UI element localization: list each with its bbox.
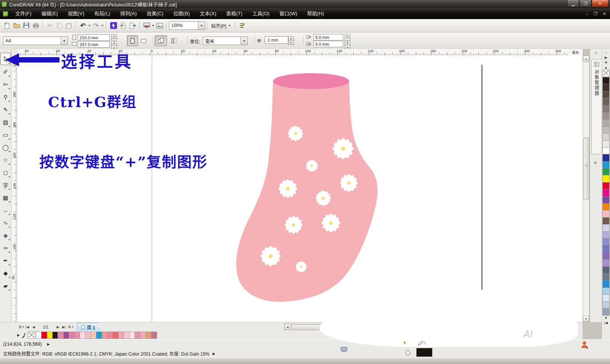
coords-expander[interactable]: ▶ [47, 342, 50, 346]
snap-to-button[interactable]: 贴齐(P) ▼ [210, 22, 233, 29]
menu-item-0[interactable]: 文件(F) [10, 8, 37, 19]
freehand-tool[interactable]: ✎ [1, 104, 11, 115]
color-swatch[interactable] [96, 332, 102, 339]
user-account-icon[interactable] [580, 340, 589, 349]
next-page-button[interactable]: ▶ [55, 325, 61, 329]
blend-tool[interactable]: ◈ [1, 229, 11, 241]
nudge-field[interactable]: .1 mm [265, 36, 288, 44]
color-swatch[interactable] [107, 332, 113, 339]
menu-item-8[interactable]: 表格(T) [221, 8, 247, 19]
color-swatch[interactable] [602, 168, 610, 175]
color-swatch[interactable] [58, 332, 63, 339]
current-page-button[interactable] [168, 35, 180, 46]
nudge-spinner[interactable]: ▲▼ [288, 36, 294, 45]
page-tab[interactable]: 页 1 [77, 323, 101, 331]
menu-item-4[interactable]: 排列(A) [115, 8, 141, 19]
palette-scroll-down[interactable]: ▼ [604, 315, 608, 320]
menu-item-5[interactable]: 效果(C) [142, 8, 169, 19]
crop-tool[interactable]: ✄ [1, 79, 11, 90]
color-swatch[interactable] [602, 238, 610, 245]
color-swatch[interactable] [602, 210, 610, 217]
color-swatch[interactable] [602, 175, 610, 182]
sock-body-shape[interactable] [236, 81, 378, 302]
color-swatch[interactable] [80, 332, 85, 339]
no-fill-swatch[interactable] [602, 70, 610, 77]
color-swatch[interactable] [146, 332, 151, 339]
color-swatch[interactable] [69, 332, 74, 339]
color-swatch[interactable] [602, 203, 610, 210]
color-swatch[interactable] [602, 231, 610, 239]
color-swatch[interactable] [118, 332, 124, 339]
undo-button[interactable]: ↶ [78, 21, 88, 30]
smart-fill-tool[interactable]: ▧ [1, 116, 11, 128]
color-swatch[interactable] [602, 91, 610, 98]
menu-item-7[interactable]: 文本(X) [195, 8, 221, 19]
color-swatch[interactable] [602, 98, 610, 105]
zoom-level-combo[interactable]: 100% ▼ [169, 21, 205, 30]
menu-item-1[interactable]: 编辑(E) [37, 8, 63, 19]
page-height-field[interactable]: 297.0 mm [78, 41, 110, 48]
color-swatch[interactable] [602, 224, 610, 231]
color-swatch[interactable] [602, 252, 610, 260]
color-swatch[interactable] [85, 332, 91, 339]
connector-tool[interactable]: ∿ [1, 217, 11, 229]
close-button[interactable]: ✕ [592, 0, 608, 7]
page-width-field[interactable]: 210.0 mm [78, 34, 110, 41]
color-swatch[interactable] [602, 308, 610, 316]
polygon-tool[interactable]: ☆ [1, 154, 11, 166]
doc-minimize-button[interactable]: ‒ [586, 11, 588, 16]
paste-button[interactable] [64, 21, 74, 30]
add-page-end-button[interactable]: 🗎+ [68, 325, 74, 329]
color-swatch[interactable] [140, 332, 146, 339]
color-swatch[interactable] [602, 119, 610, 126]
redo-dropdown[interactable]: ▼ [101, 24, 104, 27]
import-button[interactable] [118, 21, 128, 30]
docker-close-icon[interactable]: ✕ [594, 160, 597, 165]
minimize-button[interactable]: ▁ [567, 0, 579, 7]
color-swatch[interactable] [602, 126, 610, 133]
color-swatch[interactable] [602, 294, 610, 301]
palette-expand-button[interactable]: |◀ [604, 320, 608, 325]
color-swatch[interactable] [602, 182, 610, 189]
add-page-start-button[interactable]: 🗎+ [18, 325, 24, 329]
color-swatch[interactable] [129, 332, 135, 339]
docker-collapse-button[interactable]: « [590, 49, 602, 55]
menu-item-3[interactable]: 布局(L) [89, 8, 115, 19]
outline-pen-tool[interactable]: ✒ [1, 255, 11, 266]
color-swatch[interactable] [602, 217, 610, 224]
landscape-button[interactable] [138, 35, 149, 46]
color-swatch[interactable] [135, 332, 140, 339]
text-tool[interactable]: 字 [1, 179, 11, 191]
maximize-button[interactable]: ❐ [580, 0, 591, 7]
color-swatch[interactable] [602, 301, 610, 309]
options-button[interactable] [238, 21, 247, 30]
color-swatch[interactable] [602, 133, 610, 140]
color-swatch[interactable] [602, 161, 610, 168]
save-button[interactable] [21, 21, 31, 30]
palette-drag-handle[interactable]: ⋯ [604, 50, 608, 55]
fill-flyout-arrow[interactable]: ▼ [403, 340, 407, 345]
color-swatch[interactable] [47, 332, 53, 339]
vertical-scrollbar[interactable]: ▲ ▼ [583, 55, 589, 322]
open-button[interactable] [12, 21, 21, 30]
menu-item-6[interactable]: 位图(B) [169, 8, 195, 19]
doc-close-button[interactable]: ✕ [603, 11, 606, 16]
color-swatch[interactable] [112, 332, 118, 339]
color-swatch[interactable] [602, 259, 610, 266]
zoom-combo-arrow[interactable]: ▼ [198, 22, 205, 29]
color-swatch[interactable] [602, 147, 610, 154]
doc-restore-button[interactable]: ❐ [594, 11, 597, 16]
zoom-tool[interactable]: ⚲ [1, 91, 11, 103]
prev-page-button[interactable]: ◀ [30, 325, 37, 329]
cut-button[interactable]: ✂ [45, 21, 55, 30]
shape-tool[interactable]: ✐ [1, 66, 11, 78]
color-swatch[interactable] [602, 105, 610, 112]
dimension-tool[interactable]: ↔ [1, 204, 11, 216]
basic-shapes-tool[interactable]: ◻ [1, 167, 11, 178]
palette-flyout-button[interactable]: ▶ [605, 55, 607, 60]
duplicate-x-field[interactable]: 5.0 mm [313, 34, 343, 40]
table-tool[interactable]: ▦ [1, 192, 11, 204]
menu-item-10[interactable]: 窗口(W) [274, 8, 302, 19]
new-document-button[interactable] [2, 21, 12, 30]
color-swatch[interactable] [602, 196, 610, 204]
